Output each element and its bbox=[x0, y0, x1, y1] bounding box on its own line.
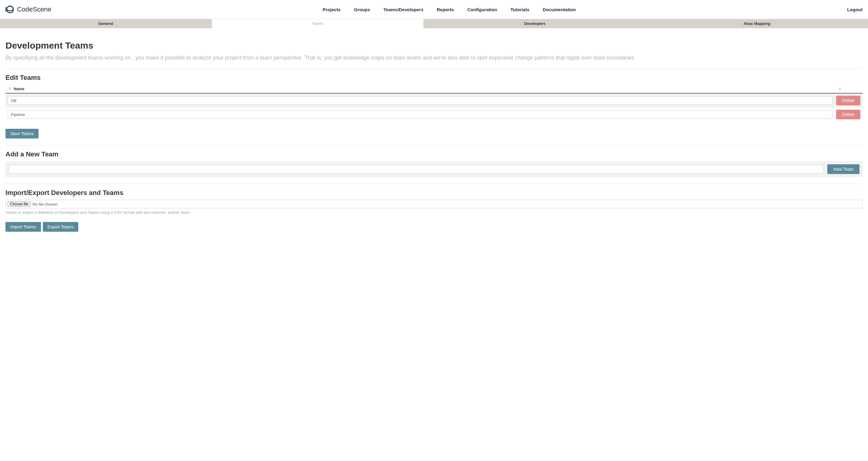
save-teams-button[interactable]: Save Teams bbox=[5, 129, 38, 139]
subtab-alias-mapping[interactable]: Alias Mapping bbox=[646, 19, 868, 28]
sort-icon[interactable]: ▲▼ bbox=[839, 87, 841, 90]
page-description: By specifying all the development teams … bbox=[5, 54, 863, 62]
nav-reports[interactable]: Reports bbox=[437, 7, 454, 12]
no-file-label: No file chosen bbox=[32, 202, 57, 206]
team-name-input[interactable] bbox=[8, 110, 833, 119]
nav-projects[interactable]: Projects bbox=[322, 7, 341, 12]
team-name-input[interactable] bbox=[8, 96, 833, 105]
delete-team-button[interactable]: Delete bbox=[836, 110, 860, 119]
add-team-form: New Team bbox=[5, 161, 863, 177]
team-row: Delete bbox=[5, 108, 863, 121]
divider bbox=[5, 184, 863, 184]
delete-team-button[interactable]: Delete bbox=[836, 96, 860, 105]
subtab-bar: General Teams Developers Alias Mapping bbox=[0, 19, 868, 28]
team-row: Delete bbox=[5, 93, 863, 108]
new-team-input[interactable] bbox=[8, 165, 824, 173]
nav-teams-developers[interactable]: Teams/Developers bbox=[383, 7, 423, 12]
choose-file-button[interactable]: Choose file bbox=[8, 201, 31, 207]
divider bbox=[5, 145, 863, 145]
sort-icon[interactable]: ▲▼ bbox=[8, 87, 11, 90]
nav-configuration[interactable]: Configuration bbox=[467, 7, 497, 12]
subtab-teams[interactable]: Teams bbox=[212, 19, 424, 28]
edit-teams-heading: Edit Teams bbox=[5, 74, 863, 82]
teams-table-header: ▲▼ Name ▲▼ bbox=[5, 85, 863, 93]
topbar: CodeScene Projects Groups Teams/Develope… bbox=[0, 0, 868, 19]
import-export-heading: Import/Export Developers and Teams bbox=[5, 189, 863, 197]
nav-groups[interactable]: Groups bbox=[354, 7, 370, 12]
svg-point-0 bbox=[7, 6, 13, 13]
col-name-label: Name bbox=[14, 87, 24, 91]
export-teams-button[interactable]: Export Teams bbox=[43, 222, 78, 232]
new-team-button[interactable]: New Team bbox=[827, 164, 860, 174]
nav-logout[interactable]: Logout bbox=[847, 7, 863, 12]
page-content: Development Teams By specifying all the … bbox=[0, 28, 868, 237]
add-team-heading: Add a New Team bbox=[5, 150, 863, 158]
nav-documentation[interactable]: Documentation bbox=[542, 7, 576, 12]
codescene-logo-icon bbox=[5, 5, 14, 14]
subtab-developers[interactable]: Developers bbox=[424, 19, 646, 28]
page-title: Development Teams bbox=[5, 40, 863, 51]
brand-logo[interactable]: CodeScene bbox=[5, 5, 51, 14]
subtab-general[interactable]: General bbox=[0, 19, 212, 28]
primary-nav: Projects Groups Teams/Developers Reports… bbox=[51, 7, 847, 12]
brand-name: CodeScene bbox=[17, 5, 51, 13]
import-teams-button[interactable]: Import Teams bbox=[5, 222, 41, 232]
import-export-help: Import or export a definition of Develop… bbox=[5, 210, 863, 215]
nav-tutorials[interactable]: Tutorials bbox=[510, 7, 529, 12]
file-input-row: Choose file No file chosen bbox=[5, 200, 863, 208]
